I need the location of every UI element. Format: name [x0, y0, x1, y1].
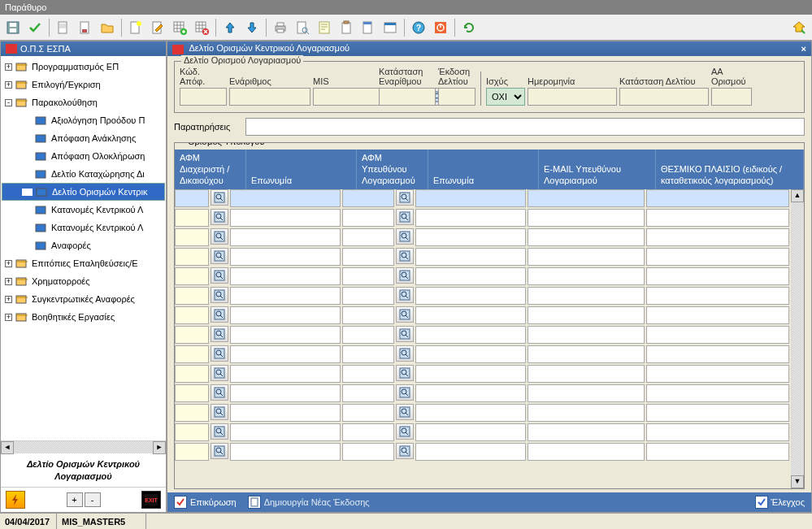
- tree-node[interactable]: Απόφαση Ολοκλήρωση: [2, 147, 165, 165]
- cell-eponymia1[interactable]: [230, 443, 341, 461]
- cell-thesmiko[interactable]: [646, 326, 789, 344]
- new-page-icon[interactable]: [126, 18, 145, 37]
- cell-afm-diax[interactable]: [175, 228, 209, 246]
- cell-eponymia1[interactable]: [230, 189, 341, 207]
- cell-afm-diax[interactable]: [175, 365, 209, 383]
- tree-node[interactable]: Κατανομές Κεντρικού Λ: [2, 219, 165, 236]
- cell-eponymia2[interactable]: [415, 423, 526, 441]
- cell-email[interactable]: [528, 384, 645, 402]
- lookup-afm-ypey-icon[interactable]: [396, 248, 414, 264]
- edit-pencil-icon[interactable]: [148, 18, 167, 37]
- cell-afm-ypey[interactable]: [342, 287, 394, 305]
- tree-node[interactable]: Δελτίο Ορισμών Κεντρικ: [2, 183, 165, 201]
- cell-thesmiko[interactable]: [646, 384, 789, 402]
- cell-afm-ypey[interactable]: [342, 404, 394, 422]
- cell-email[interactable]: [528, 423, 645, 441]
- cell-eponymia2[interactable]: [415, 384, 526, 402]
- cell-email[interactable]: [528, 404, 645, 422]
- lookup-afm-diax-icon[interactable]: [211, 365, 228, 381]
- epikyrosi-button[interactable]: Επικύρωση: [174, 496, 237, 509]
- lookup-afm-diax-icon[interactable]: [211, 306, 228, 323]
- scroll-track[interactable]: [14, 441, 153, 453]
- cell-afm-ypey[interactable]: [342, 248, 394, 266]
- cell-thesmiko[interactable]: [646, 443, 789, 461]
- cell-eponymia2[interactable]: [415, 345, 526, 363]
- cell-email[interactable]: [528, 228, 645, 246]
- elegxos-button[interactable]: Έλεγχος: [755, 496, 805, 509]
- scroll-left-icon[interactable]: ◄: [1, 441, 14, 454]
- cell-afm-diax[interactable]: [175, 189, 209, 207]
- cell-thesmiko[interactable]: [646, 248, 789, 266]
- lookup-afm-ypey-icon[interactable]: [396, 345, 414, 362]
- cell-email[interactable]: [528, 443, 645, 461]
- page-icon-2[interactable]: [76, 18, 95, 37]
- cell-afm-diax[interactable]: [175, 404, 209, 422]
- cell-thesmiko[interactable]: [646, 228, 789, 246]
- cell-afm-diax[interactable]: [175, 209, 209, 227]
- cell-eponymia2[interactable]: [415, 189, 526, 207]
- cell-afm-diax[interactable]: [175, 443, 209, 461]
- tree-node[interactable]: +Χρηματορροές: [2, 272, 165, 290]
- lookup-afm-ypey-icon[interactable]: [396, 287, 414, 303]
- cell-thesmiko[interactable]: [646, 404, 789, 422]
- tree-toggle[interactable]: -: [5, 99, 12, 106]
- cell-eponymia1[interactable]: [230, 345, 341, 363]
- lookup-afm-ypey-icon[interactable]: [396, 365, 414, 381]
- refresh-icon[interactable]: [459, 18, 479, 37]
- tree-toggle[interactable]: +: [5, 314, 12, 321]
- cell-eponymia2[interactable]: [415, 365, 526, 383]
- cell-afm-ypey[interactable]: [342, 384, 394, 402]
- cell-afm-ypey[interactable]: [342, 345, 394, 363]
- scroll-up-icon[interactable]: ▲: [791, 189, 804, 202]
- tree-node[interactable]: +Βοηθητικές Εργασίες: [2, 308, 165, 326]
- cell-eponymia1[interactable]: [230, 267, 341, 285]
- tree-toggle[interactable]: +: [5, 260, 12, 267]
- vscroll-track[interactable]: [791, 202, 804, 475]
- lookup-afm-diax-icon[interactable]: [211, 443, 228, 459]
- lookup-afm-ypey-icon[interactable]: [396, 443, 414, 459]
- power-icon[interactable]: [431, 18, 450, 37]
- cell-eponymia1[interactable]: [230, 287, 341, 305]
- notes-icon[interactable]: [315, 18, 334, 37]
- cell-eponymia1[interactable]: [230, 384, 341, 402]
- cell-eponymia2[interactable]: [415, 209, 526, 227]
- lookup-afm-diax-icon[interactable]: [211, 189, 228, 206]
- save-icon[interactable]: [3, 18, 23, 37]
- cell-email[interactable]: [528, 326, 645, 344]
- lookup-afm-ypey-icon[interactable]: [396, 423, 414, 440]
- cell-eponymia2[interactable]: [415, 248, 526, 266]
- lookup-afm-diax-icon[interactable]: [211, 209, 228, 225]
- clipboard-icon[interactable]: [337, 18, 356, 37]
- lookup-afm-diax-icon[interactable]: [211, 345, 228, 362]
- lookup-afm-ypey-icon[interactable]: [396, 404, 414, 420]
- grid-delete-icon[interactable]: [192, 18, 211, 37]
- input-ekdosi[interactable]: [438, 88, 475, 106]
- grid-add-icon[interactable]: [170, 18, 189, 37]
- select-isxys[interactable]: ΟΧΙ: [486, 88, 525, 106]
- scroll-right-icon[interactable]: ►: [153, 441, 166, 454]
- cell-afm-ypey[interactable]: [342, 228, 394, 246]
- cell-thesmiko[interactable]: [646, 345, 789, 363]
- lookup-afm-ypey-icon[interactable]: [396, 209, 414, 225]
- folder-icon[interactable]: [98, 18, 117, 37]
- cell-afm-diax[interactable]: [175, 384, 209, 402]
- dimiourgia-button[interactable]: Δημιουργία Νέας Έκδοσης: [248, 496, 370, 509]
- input-katastasi-deltiou[interactable]: [619, 88, 709, 106]
- tree-node[interactable]: Απόφαση Ανάκλησης: [2, 129, 165, 147]
- cell-email[interactable]: [528, 248, 645, 266]
- zoom-in-button[interactable]: +: [67, 492, 83, 507]
- lookup-afm-ypey-icon[interactable]: [396, 228, 414, 245]
- exit-icon[interactable]: EXIT: [141, 491, 161, 509]
- tree-toggle[interactable]: +: [5, 63, 12, 71]
- lookup-afm-ypey-icon[interactable]: [396, 267, 414, 284]
- cell-eponymia2[interactable]: [415, 306, 526, 324]
- cell-eponymia2[interactable]: [415, 267, 526, 285]
- lookup-afm-diax-icon[interactable]: [211, 267, 228, 284]
- lookup-afm-diax-icon[interactable]: [211, 287, 228, 303]
- check-icon[interactable]: [25, 18, 45, 37]
- cell-afm-ypey[interactable]: [342, 306, 394, 324]
- input-enarithmos[interactable]: [229, 88, 310, 106]
- tree-node[interactable]: Κατανομές Κεντρικού Λ: [2, 201, 165, 219]
- cell-eponymia2[interactable]: [415, 326, 526, 344]
- lookup-afm-ypey-icon[interactable]: [396, 306, 414, 323]
